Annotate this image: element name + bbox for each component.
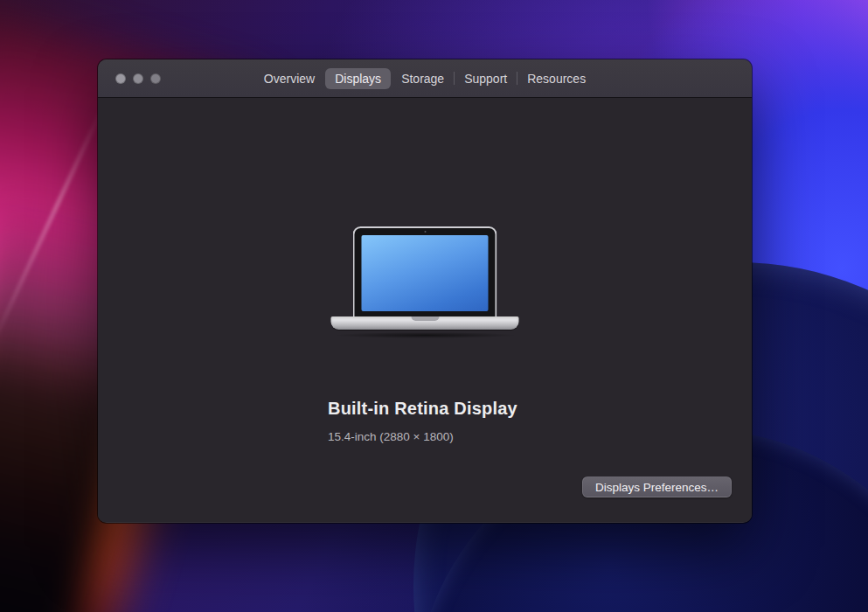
display-info: Built-in Retina Display 15.4-inch (2880 … <box>328 399 517 443</box>
zoom-button[interactable] <box>150 73 161 84</box>
displays-preferences-button[interactable]: Displays Preferences… <box>582 476 732 497</box>
close-button[interactable] <box>115 73 126 84</box>
tab-storage[interactable]: Storage <box>392 68 454 89</box>
laptop-screen <box>353 226 497 316</box>
tab-displays[interactable]: Displays <box>325 68 391 89</box>
displays-pane: Built-in Retina Display 15.4-inch (2880 … <box>98 98 752 522</box>
display-spec: 15.4-inch (2880 × 1800) <box>328 430 517 443</box>
laptop-base <box>331 316 519 330</box>
macbook-illustration <box>331 226 519 338</box>
tab-overview[interactable]: Overview <box>254 68 324 89</box>
minimize-button[interactable] <box>133 73 143 84</box>
laptop-display-panel <box>362 235 489 311</box>
camera-dot-icon <box>424 231 426 233</box>
laptop-base-notch <box>411 316 439 321</box>
titlebar[interactable]: Overview Displays Storage Support Resour… <box>98 59 752 98</box>
window-controls <box>115 59 161 97</box>
tab-resources[interactable]: Resources <box>517 68 595 89</box>
tab-support[interactable]: Support <box>455 68 517 89</box>
laptop-shadow <box>333 332 517 338</box>
about-this-mac-window: Overview Displays Storage Support Resour… <box>98 59 752 523</box>
display-name: Built-in Retina Display <box>328 399 517 419</box>
tab-bar: Overview Displays Storage Support Resour… <box>254 68 595 89</box>
